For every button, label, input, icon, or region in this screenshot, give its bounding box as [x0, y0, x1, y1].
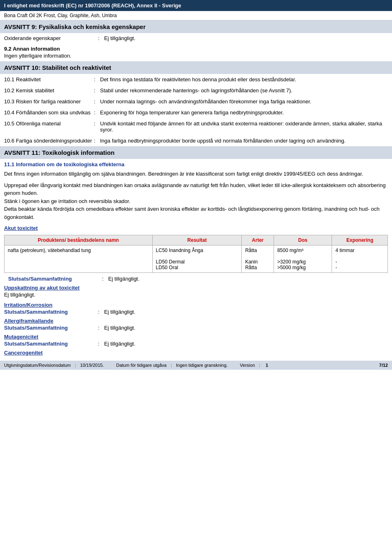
- allergi-slutsats-row: Slutsats/Sammanfattning : Ej tillgänglig…: [4, 324, 388, 332]
- irritation-slutsats-colon: :: [98, 309, 104, 315]
- footer-page: 7/12: [379, 363, 388, 368]
- row-oforenliga-colon: :: [94, 120, 100, 133]
- row-oforenliga-label: 10.5 Oförenliga material: [4, 120, 94, 133]
- row-undvikas: 10.4 Förhållanden som ska undvikas : Exp…: [0, 107, 392, 118]
- row-farliga: 10.3 Risken för farliga reaktioner : Und…: [0, 96, 392, 107]
- mutagen-slutsats-label: Slutsats/Sammanfattning: [4, 341, 98, 347]
- cancer-title[interactable]: Cancerogenitet: [4, 350, 43, 356]
- table-cell-exposure: 4 timmar - -: [332, 245, 388, 273]
- oxidizing-colon: :: [98, 35, 104, 41]
- irritation-slutsats-label: Slutsats/Sammanfattning: [4, 309, 98, 315]
- row-farliga-label: 10.3 Risken för farliga reaktioner: [4, 98, 94, 105]
- row-sonderdelning-value: Inga farliga nedbrytningsprodukter borde…: [100, 138, 388, 144]
- row-kemisk: 10.2 Kemisk stabilitet : Stabil under re…: [0, 85, 392, 96]
- allergi-title[interactable]: Allergiframkallande: [4, 318, 53, 324]
- table-header-species: Arter: [242, 235, 274, 245]
- section9-header: AVSNITT 9: Fysikaliska och kemiska egens…: [0, 20, 392, 33]
- page-footer: Utgivningsdatum/Revisionsdatum : 10/19/2…: [0, 361, 392, 370]
- mutagen-slutsats-row: Slutsats/Sammanfattning : Ej tillgänglig…: [4, 340, 388, 348]
- slutsats-label: Slutsats/Sammanfattning: [8, 276, 102, 282]
- irritation-slutsats-row: Slutsats/Sammanfattning : Ej tillgänglig…: [4, 308, 388, 316]
- section9-title: AVSNITT 9: Fysikaliska och kemiska egens…: [4, 23, 146, 30]
- header-title: I enlighet med föreskrift (EC) nr 1907/2…: [4, 2, 181, 9]
- row-undvikas-colon: :: [94, 109, 100, 116]
- akut-tox-title[interactable]: Akut toxicitet: [4, 225, 38, 231]
- section11-title: AVSNITT 11: Toxikologisk information: [4, 149, 114, 156]
- section11-sub-title: 11.1 Information om de toxikologiska eff…: [0, 159, 392, 168]
- table-header-exposure: Exponering: [332, 235, 388, 245]
- row-sonderdelning: 10.6 Farliga sönderdelningsprodukter : I…: [0, 135, 392, 146]
- footer-prev-value: Ingen tidigare granskning.: [176, 363, 228, 368]
- row-farliga-value: Under normala lagrings- och användningsf…: [100, 98, 388, 105]
- row-reactivity-value: Det finns inga testdata för reaktivitete…: [100, 76, 388, 83]
- row-reactivity-colon: :: [94, 76, 100, 83]
- footer-revision-value: 10/19/2015.: [80, 363, 104, 368]
- section11-header: AVSNITT 11: Toxikologisk information: [0, 146, 392, 159]
- header-subtitle: Bona Craft Oil 2K Frost, Clay, Graphite,…: [4, 13, 117, 18]
- sub92-text: Ingen ytterligare information.: [0, 53, 392, 61]
- table-header-dose: Dos: [274, 235, 332, 245]
- footer-version-colon: :: [259, 363, 260, 368]
- row-sonderdelning-colon: :: [94, 138, 100, 144]
- footer-version-label: Version: [240, 363, 255, 368]
- uppskattning-text: Ej tillgängligt.: [4, 291, 388, 300]
- tox-para1: Det finns ingen information tillgänglig …: [0, 168, 392, 180]
- slutsats-colon: :: [102, 276, 108, 282]
- mutagen-slutsats-value: Ej tillgängligt.: [104, 341, 136, 347]
- section10-rows: 10.1 Reaktivitet : Det finns inga testda…: [0, 74, 392, 146]
- footer-prev-label: Datum för tidigare utgåva: [116, 363, 167, 368]
- table-cell-name: nafta (petroleum), vätebehandlad tung: [4, 245, 153, 273]
- mutagen-slutsats-colon: :: [98, 341, 104, 347]
- mutagen-title[interactable]: Mutagenicitet: [4, 334, 38, 340]
- table-cell-result: LC50 Inandning Ånga LD50 Dermal LD50 Ora…: [152, 245, 242, 273]
- oxidizing-label: Oxiderande egenskaper: [4, 35, 98, 41]
- row-undvikas-value: Exponering för höga temperaturer kan gen…: [100, 109, 388, 116]
- row-undvikas-label: 10.4 Förhållanden som ska undvikas: [4, 109, 94, 116]
- allergi-slutsats-colon: :: [98, 325, 104, 331]
- irritation-title[interactable]: Irritation/Korrosion: [4, 302, 52, 308]
- slutsats-row: Slutsats/Sammanfattning : Ej tillgänglig…: [4, 275, 388, 283]
- section10-header: AVSNITT 10: Stabilitet och reaktivitet: [0, 61, 392, 74]
- row-oforenliga: 10.5 Oförenliga material : Undvik kontak…: [0, 118, 392, 135]
- footer-prev-colon: :: [171, 363, 172, 368]
- footer-version-value: 1: [265, 363, 268, 368]
- footer-revision-label: Utgivningsdatum/Revisionsdatum: [4, 363, 71, 368]
- row-kemisk-colon: :: [94, 87, 100, 94]
- row-reactivity-label: 10.1 Reaktivitet: [4, 76, 94, 83]
- table-cell-dose: 8500 mg/m³ >3200 mg/kg >5000 mg/kg: [274, 245, 332, 273]
- footer-revision-colon: :: [75, 363, 76, 368]
- tox-para2: Upprepad eller långvarig kontakt med bla…: [0, 180, 392, 223]
- section9-content: Oxiderande egenskaper : Ej tillgängligt.: [0, 33, 392, 43]
- table-header-name: Produktens/ beståndsdelens namn: [4, 235, 153, 245]
- row-oforenliga-value: Undvik kontakt med följande ämnen för at…: [100, 120, 388, 133]
- allergi-slutsats-value: Ej tillgängligt.: [104, 325, 136, 331]
- slutsats-value: Ej tillgängligt.: [108, 276, 140, 282]
- row-farliga-colon: :: [94, 98, 100, 105]
- table-header-result: Resultat: [152, 235, 242, 245]
- oxidizing-row: Oxiderande egenskaper : Ej tillgängligt.: [4, 33, 388, 43]
- page-header: I enlighet med föreskrift (EC) nr 1907/2…: [0, 0, 392, 11]
- uppskattning-title[interactable]: Uppskattning av akut toxicitet: [4, 285, 80, 291]
- irritation-slutsats-value: Ej tillgängligt.: [104, 309, 136, 315]
- row-kemisk-value: Stabil under rekommenderade hanterings- …: [100, 87, 388, 94]
- row-kemisk-label: 10.2 Kemisk stabilitet: [4, 87, 94, 94]
- sub92-title: 9.2 Annan information: [0, 43, 392, 53]
- table-cell-species: Råtta Kanin Råtta: [242, 245, 274, 273]
- acutetox-table: Produktens/ beståndsdelens namn Resultat…: [4, 235, 388, 273]
- table-row: nafta (petroleum), vätebehandlad tung LC…: [4, 245, 388, 273]
- page-subheader: Bona Craft Oil 2K Frost, Clay, Graphite,…: [0, 11, 392, 20]
- section10-title: AVSNITT 10: Stabilitet och reaktivitet: [4, 64, 111, 71]
- akut-tox-section: Akut toxicitet Produktens/ beståndsdelen…: [0, 223, 392, 357]
- allergi-slutsats-label: Slutsats/Sammanfattning: [4, 325, 98, 331]
- row-reactivity: 10.1 Reaktivitet : Det finns inga testda…: [0, 74, 392, 85]
- oxidizing-value: Ej tillgängligt.: [104, 35, 388, 41]
- page-wrapper: I enlighet med föreskrift (EC) nr 1907/2…: [0, 0, 392, 370]
- row-sonderdelning-label: 10.6 Farliga sönderdelningsprodukter: [4, 138, 94, 144]
